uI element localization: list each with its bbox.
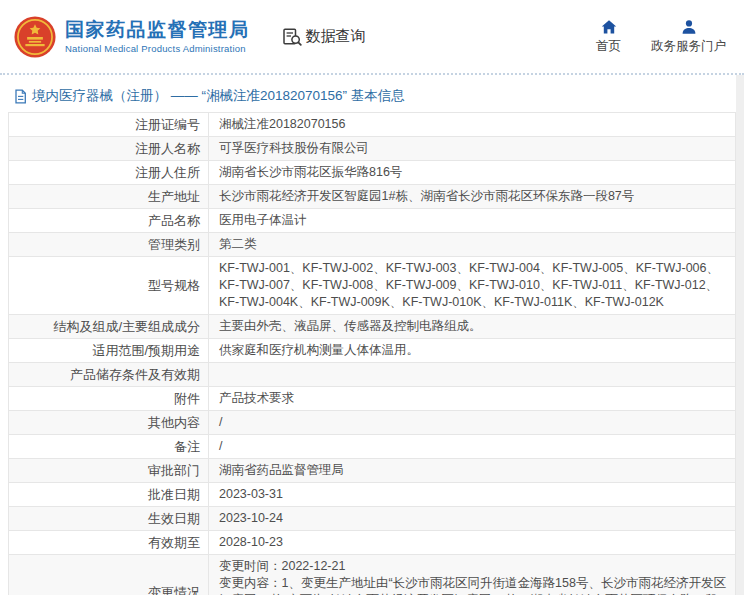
site-title-block: 国家药品监督管理局 National Medical Products Admi… <box>65 19 250 54</box>
table-row: 生产地址长沙市雨花经济开发区智庭园1#栋、湖南省长沙市雨花区环保东路一段87号 <box>9 185 735 209</box>
row-value-text: KF-TWJ-001、KF-TWJ-002、KF-TWJ-003、KF-TWJ-… <box>219 260 729 311</box>
row-value: / <box>209 435 735 458</box>
row-label: 有效期至 <box>9 531 209 554</box>
row-label: 管理类别 <box>9 233 209 256</box>
row-label-text: 有效期至 <box>148 534 200 551</box>
row-label-text: 附件 <box>174 390 200 407</box>
nav-item-home[interactable]: 首页 <box>596 19 621 55</box>
table-row: 其他内容/ <box>9 411 735 435</box>
table-row: 结构及组成/主要组成成分主要由外壳、液晶屏、传感器及控制电路组成。 <box>9 315 735 339</box>
row-value: 2023-10-24 <box>209 507 735 530</box>
row-label-text: 注册人住所 <box>135 164 200 181</box>
row-label: 生产地址 <box>9 185 209 208</box>
info-table: 注册证编号湘械注准20182070156注册人名称可孚医疗科技股份有限公司注册人… <box>8 112 736 595</box>
row-value-text: 主要由外壳、液晶屏、传感器及控制电路组成。 <box>219 318 482 335</box>
table-row: 变更情况变更时间：2022-12-21 变更内容：1、变更生产地址由“长沙市雨花… <box>9 555 735 595</box>
org-name-zh: 国家药品监督管理局 <box>65 19 250 41</box>
user-icon <box>681 19 697 35</box>
breadcrumb-text: 境内医疗器械（注册） —— “湘械注准20182070156” 基本信息 <box>32 87 405 105</box>
row-label: 注册人住所 <box>9 161 209 184</box>
data-query-button[interactable]: 数据查询 <box>282 27 366 47</box>
row-label: 适用范围/预期用途 <box>9 339 209 362</box>
row-label: 生效日期 <box>9 507 209 530</box>
nav-service-portal-label: 政务服务门户 <box>651 38 726 55</box>
table-row: 有效期至2028-10-23 <box>9 531 735 555</box>
row-value: 长沙市雨花经济开发区智庭园1#栋、湖南省长沙市雨花区环保东路一段87号 <box>209 185 735 208</box>
row-value-text: 长沙市雨花经济开发区智庭园1#栋、湖南省长沙市雨花区环保东路一段87号 <box>219 188 634 205</box>
top-nav: 首页 政务服务门户 <box>596 19 726 55</box>
row-label: 型号规格 <box>9 257 209 314</box>
row-value-text: 湖南省药品监督管理局 <box>219 462 344 479</box>
row-value-text: 变更时间：2022-12-21 变更内容：1、变更生产地址由“长沙市雨花区同升街… <box>219 558 729 595</box>
row-label-text: 型号规格 <box>148 277 200 294</box>
row-value-text: 医用电子体温计 <box>219 212 307 229</box>
row-value-text: / <box>219 414 222 431</box>
document-icon <box>14 89 27 104</box>
row-label-text: 备注 <box>174 438 200 455</box>
row-label: 备注 <box>9 435 209 458</box>
row-value-text: 可孚医疗科技股份有限公司 <box>219 140 369 157</box>
row-value: 医用电子体温计 <box>209 209 735 232</box>
data-query-icon <box>282 27 302 47</box>
breadcrumb: 境内医疗器械（注册） —— “湘械注准20182070156” 基本信息 <box>0 85 736 112</box>
table-row: 批准日期2023-03-31 <box>9 483 735 507</box>
row-value-text: 2023-10-24 <box>219 510 283 527</box>
page: 国家药品监督管理局 National Medical Products Admi… <box>0 0 744 595</box>
row-label: 变更情况 <box>9 555 209 595</box>
row-value: / <box>209 411 735 434</box>
row-label-text: 注册人名称 <box>135 140 200 157</box>
row-value-text: / <box>219 438 222 455</box>
row-label-text: 变更情况 <box>148 584 200 595</box>
table-row: 注册人名称可孚医疗科技股份有限公司 <box>9 137 735 161</box>
row-label-text: 生效日期 <box>148 510 200 527</box>
row-label-text: 批准日期 <box>148 486 200 503</box>
row-label: 审批部门 <box>9 459 209 482</box>
row-label-text: 管理类别 <box>148 236 200 253</box>
row-value: 湖南省药品监督管理局 <box>209 459 735 482</box>
data-query-label: 数据查询 <box>306 27 366 46</box>
table-row: 型号规格KF-TWJ-001、KF-TWJ-002、KF-TWJ-003、KF-… <box>9 257 735 315</box>
row-value: KF-TWJ-001、KF-TWJ-002、KF-TWJ-003、KF-TWJ-… <box>209 257 735 314</box>
table-row: 生效日期2023-10-24 <box>9 507 735 531</box>
home-icon <box>601 19 617 35</box>
row-label-text: 结构及组成/主要组成成分 <box>53 318 200 335</box>
row-value: 产品技术要求 <box>209 387 735 410</box>
nav-home-label: 首页 <box>596 38 621 55</box>
row-label: 结构及组成/主要组成成分 <box>9 315 209 338</box>
row-label-text: 产品名称 <box>148 212 200 229</box>
table-row: 适用范围/预期用途供家庭和医疗机构测量人体体温用。 <box>9 339 735 363</box>
table-row: 管理类别第二类 <box>9 233 735 257</box>
row-value-text: 产品技术要求 <box>219 390 294 407</box>
row-label: 产品名称 <box>9 209 209 232</box>
row-value-text: 湘械注准20182070156 <box>219 116 345 133</box>
row-value <box>209 363 735 386</box>
row-value-text: 供家庭和医疗机构测量人体体温用。 <box>219 342 419 359</box>
row-value-text: 第二类 <box>219 236 257 253</box>
row-value: 2028-10-23 <box>209 531 735 554</box>
row-label-text: 适用范围/预期用途 <box>92 342 200 359</box>
site-header: 国家药品监督管理局 National Medical Products Admi… <box>0 0 744 75</box>
row-value: 变更时间：2022-12-21 变更内容：1、变更生产地址由“长沙市雨花区同升街… <box>209 555 735 595</box>
table-row: 注册证编号湘械注准20182070156 <box>9 113 735 137</box>
table-row: 附件产品技术要求 <box>9 387 735 411</box>
row-label: 批准日期 <box>9 483 209 506</box>
table-row: 审批部门湖南省药品监督管理局 <box>9 459 735 483</box>
row-value: 湖南省长沙市雨花区振华路816号 <box>209 161 735 184</box>
table-row: 注册人住所湖南省长沙市雨花区振华路816号 <box>9 161 735 185</box>
row-value-text: 2028-10-23 <box>219 534 283 551</box>
nav-item-service-portal[interactable]: 政务服务门户 <box>651 19 726 55</box>
table-row: 产品名称医用电子体温计 <box>9 209 735 233</box>
row-label-text: 审批部门 <box>148 462 200 479</box>
row-label-text: 注册证编号 <box>135 116 200 133</box>
national-emblem-icon <box>14 16 56 58</box>
row-label: 注册证编号 <box>9 113 209 136</box>
row-label-text: 其他内容 <box>148 414 200 431</box>
row-label: 其他内容 <box>9 411 209 434</box>
table-row: 产品储存条件及有效期 <box>9 363 735 387</box>
row-label: 附件 <box>9 387 209 410</box>
site-logo[interactable]: 国家药品监督管理局 National Medical Products Admi… <box>14 16 250 58</box>
row-value: 供家庭和医疗机构测量人体体温用。 <box>209 339 735 362</box>
row-value: 湘械注准20182070156 <box>209 113 735 136</box>
row-value: 第二类 <box>209 233 735 256</box>
org-name-en: National Medical Products Administration <box>65 43 250 54</box>
